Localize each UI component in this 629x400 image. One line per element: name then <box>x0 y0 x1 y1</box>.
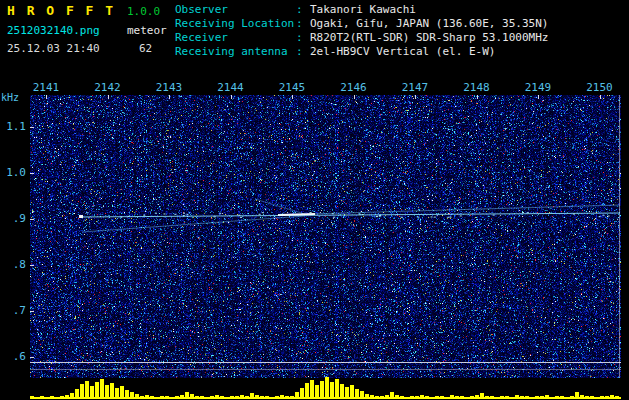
info-value: Ogaki, Gifu, JAPAN (136.60E, 35.35N) <box>310 17 548 31</box>
time-tick-label: 2141 <box>32 81 60 94</box>
echo-count: 62 <box>139 42 152 55</box>
info-value: 2el-HB9CV Vertical (el. E-W) <box>310 45 495 59</box>
time-tick-label: 2148 <box>463 81 491 94</box>
info-value: Takanori Kawachi <box>310 3 416 17</box>
mode-label: meteor <box>127 24 167 37</box>
info-separator: : <box>296 31 310 45</box>
time-tick-label: 2145 <box>278 81 306 94</box>
info-separator: : <box>296 45 310 59</box>
time-tick-label: 2144 <box>217 81 245 94</box>
output-file-name: 2512032140.png <box>7 24 100 37</box>
app-title: H R O F F T <box>7 3 115 18</box>
spectrogram-canvas <box>30 95 621 400</box>
freq-tick-label: .6 <box>1 350 26 363</box>
info-label: Receiving antenna <box>175 45 296 59</box>
time-tick-label: 2142 <box>94 81 122 94</box>
time-tick-label: 2147 <box>401 81 429 94</box>
info-value: R820T2(RTL-SDR) SDR-Sharp 53.1000MHz <box>310 31 548 45</box>
hrofft-window: H R O F F T 1.0.0 2512032140.png meteor … <box>0 0 629 400</box>
info-separator: : <box>296 17 310 31</box>
freq-tick-label: .8 <box>1 258 26 271</box>
datetime-label: 25.12.03 21:40 <box>7 42 100 55</box>
info-label: Receiver <box>175 31 296 45</box>
info-label: Receiving Location <box>175 17 296 31</box>
time-tick-label: 2149 <box>524 81 552 94</box>
info-separator: : <box>296 3 310 17</box>
freq-tick-label: 1.0 <box>1 166 26 179</box>
time-tick-label: 2146 <box>340 81 368 94</box>
freq-axis-unit-label: kHz <box>1 92 19 103</box>
info-row: Receiving Location:Ogaki, Gifu, JAPAN (1… <box>175 17 548 31</box>
info-label: Observer <box>175 3 296 17</box>
freq-tick-label: .9 <box>1 212 26 225</box>
info-row: Receiver:R820T2(RTL-SDR) SDR-Sharp 53.10… <box>175 31 548 45</box>
info-row: Receiving antenna:2el-HB9CV Vertical (el… <box>175 45 548 59</box>
info-row: Observer:Takanori Kawachi <box>175 3 548 17</box>
time-tick-label: 2150 <box>586 81 614 94</box>
time-tick-label: 2143 <box>155 81 183 94</box>
freq-tick-label: 1.1 <box>1 120 26 133</box>
app-version: 1.0.0 <box>127 5 160 18</box>
freq-tick-label: .7 <box>1 304 26 317</box>
receiver-info: Observer:Takanori KawachiReceiving Locat… <box>175 3 548 59</box>
